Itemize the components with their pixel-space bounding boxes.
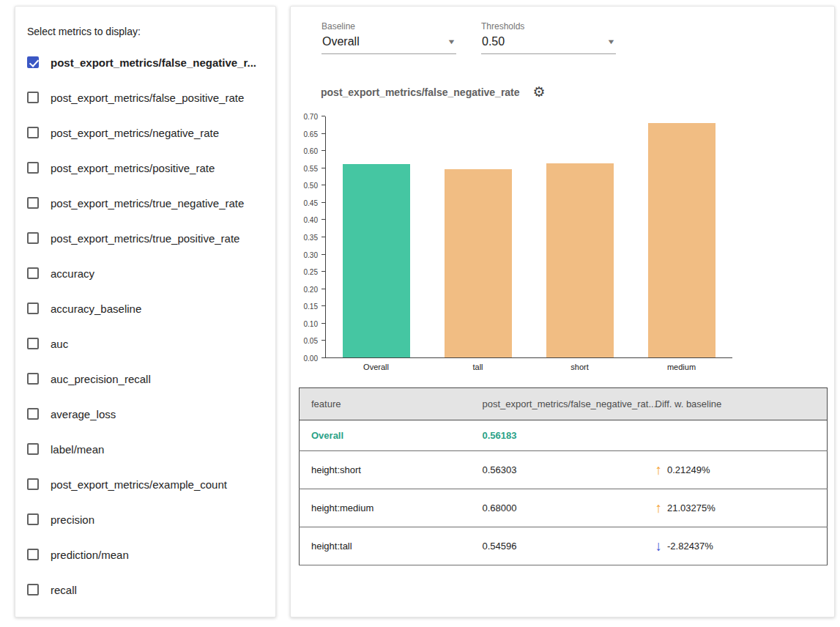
x-tick-label: short (543, 363, 617, 371)
metric-value-cell: 0.56303 (471, 451, 644, 489)
diff-wrap: ↓-2.82437% (655, 539, 816, 553)
metric-item[interactable]: accuracy_baseline (26, 291, 265, 326)
metric-item[interactable]: post_export_metrics/true_positive_rate (26, 220, 265, 256)
baseline-select: Baseline Overall ▼ (321, 21, 456, 54)
metrics-list: post_export_metrics/false_negative_r...p… (26, 45, 265, 607)
checkbox-unchecked-icon[interactable] (27, 373, 39, 385)
metrics-table: featurepost_export_metrics/false_negativ… (299, 387, 828, 565)
diff-value: 0.21249% (667, 464, 710, 475)
y-tick-label: 0.55 (304, 164, 318, 172)
chevron-down-icon: ▼ (447, 38, 456, 45)
feature-cell: height:medium (300, 489, 471, 527)
table-row: height:tall0.54596↓-2.82437% (300, 527, 828, 565)
metric-label: post_export_metrics/example_count (51, 478, 227, 491)
diff-cell (644, 420, 828, 451)
metric-label: post_export_metrics/negative_rate (51, 127, 219, 139)
checkbox-unchecked-icon[interactable] (27, 303, 39, 314)
metric-item[interactable]: average_loss (26, 396, 265, 431)
bar-chart: 0.000.050.100.150.200.250.300.350.400.45… (299, 116, 826, 358)
metric-item[interactable]: post_export_metrics/true_negative_rate (26, 185, 265, 220)
metric-label: recall (51, 584, 77, 596)
settings-gear-icon[interactable]: ⚙ (533, 85, 546, 99)
diff-wrap: ↑0.21249% (655, 463, 816, 477)
metric-label: auc (51, 338, 68, 350)
table-row: Overall0.56183 (300, 420, 828, 451)
checkbox-unchecked-icon[interactable] (27, 338, 39, 349)
checkbox-unchecked-icon[interactable] (27, 408, 39, 420)
y-tick-label: 0.05 (304, 337, 318, 345)
metrics-panel-title: Select metrics to display: (27, 26, 265, 37)
metric-label: label/mean (51, 443, 104, 456)
bar-plot (325, 116, 732, 358)
controls-row: Baseline Overall ▼ Thresholds 0.50 ▼ (321, 21, 826, 54)
metric-label: post_export_metrics/positive_rate (51, 162, 215, 174)
metric-label: post_export_metrics/false_positive_rate (51, 92, 244, 104)
y-tick-label: 0.15 (304, 303, 318, 311)
metric-item[interactable]: recall (26, 572, 265, 607)
checkbox-unchecked-icon[interactable] (27, 162, 39, 174)
bar-short[interactable] (546, 163, 614, 357)
bar-Overall[interactable] (343, 164, 410, 357)
metric-value-cell: 0.68000 (471, 489, 644, 527)
thresholds-select: Thresholds 0.50 ▼ (481, 21, 616, 54)
checkbox-unchecked-icon[interactable] (27, 513, 39, 525)
thresholds-select-value[interactable]: 0.50 ▼ (481, 34, 616, 54)
metric-item[interactable]: label/mean (26, 431, 265, 467)
bar-medium[interactable] (648, 123, 716, 357)
checkbox-checked-icon[interactable] (27, 56, 39, 68)
metric-label: post_export_metrics/false_negative_r... (51, 56, 256, 69)
metric-item[interactable]: post_export_metrics/positive_rate (26, 150, 265, 185)
metric-item[interactable]: post_export_metrics/false_negative_r... (26, 45, 265, 80)
checkbox-unchecked-icon[interactable] (27, 443, 39, 455)
metric-label: average_loss (51, 408, 116, 420)
checkbox-unchecked-icon[interactable] (27, 549, 39, 560)
metrics-selector-panel: Select metrics to display: post_export_m… (15, 6, 276, 617)
chart-title-row: post_export_metrics/false_negative_rate … (321, 85, 826, 99)
checkbox-unchecked-icon[interactable] (27, 127, 39, 138)
metric-value-cell: 0.54596 (471, 527, 644, 565)
metric-label: precision (51, 513, 94, 526)
diff-cell: ↑0.21249% (644, 451, 828, 489)
y-tick-label: 0.40 (304, 216, 318, 224)
metric-item[interactable]: post_export_metrics/example_count (26, 467, 265, 502)
metric-item[interactable]: post_export_metrics/false_positive_rate (26, 80, 265, 115)
table-column-header: feature (300, 388, 471, 420)
metric-item[interactable]: precision (26, 502, 265, 537)
table-header-row: featurepost_export_metrics/false_negativ… (300, 388, 828, 420)
metric-label: auc_precision_recall (51, 373, 151, 385)
thresholds-selected-option: 0.50 (482, 35, 505, 48)
y-tick-label: 0.10 (304, 319, 318, 327)
y-tick-label: 0.30 (304, 251, 318, 259)
chevron-down-icon: ▼ (606, 38, 615, 45)
y-tick-label: 0.65 (304, 130, 318, 138)
metric-label: post_export_metrics/true_negative_rate (51, 197, 244, 209)
checkbox-unchecked-icon[interactable] (27, 232, 39, 244)
thresholds-select-label: Thresholds (481, 21, 616, 31)
table-row: height:short0.56303↑0.21249% (300, 451, 828, 489)
x-tick-label: medium (645, 363, 718, 371)
y-tick-label: 0.50 (304, 182, 318, 190)
metric-item[interactable]: accuracy (26, 256, 265, 291)
metric-item[interactable]: auc_precision_recall (26, 361, 265, 396)
y-tick-label: 0.60 (304, 147, 318, 155)
diff-wrap: ↑21.03275% (655, 501, 816, 515)
down-arrow-icon: ↓ (655, 539, 663, 553)
checkbox-unchecked-icon[interactable] (27, 267, 39, 279)
baseline-select-value[interactable]: Overall ▼ (321, 34, 456, 54)
up-arrow-icon: ↑ (655, 501, 663, 515)
x-tick-label: Overall (340, 363, 413, 371)
checkbox-unchecked-icon[interactable] (27, 478, 39, 490)
metric-item[interactable]: prediction/mean (26, 537, 265, 572)
checkbox-unchecked-icon[interactable] (27, 584, 39, 596)
table-body: Overall0.56183height:short0.56303↑0.2124… (300, 420, 828, 565)
bar-tall[interactable] (445, 169, 512, 357)
metric-item[interactable]: post_export_metrics/negative_rate (26, 115, 265, 150)
x-tick-label: tall (442, 363, 515, 371)
metric-value-cell: 0.56183 (471, 420, 644, 451)
metric-item[interactable]: auc (26, 326, 265, 361)
checkbox-unchecked-icon[interactable] (27, 197, 39, 209)
checkbox-unchecked-icon[interactable] (27, 92, 39, 103)
metric-label: accuracy_baseline (51, 303, 141, 315)
y-axis: 0.000.050.100.150.200.250.300.350.400.45… (299, 116, 325, 358)
feature-cell: height:tall (300, 527, 471, 565)
